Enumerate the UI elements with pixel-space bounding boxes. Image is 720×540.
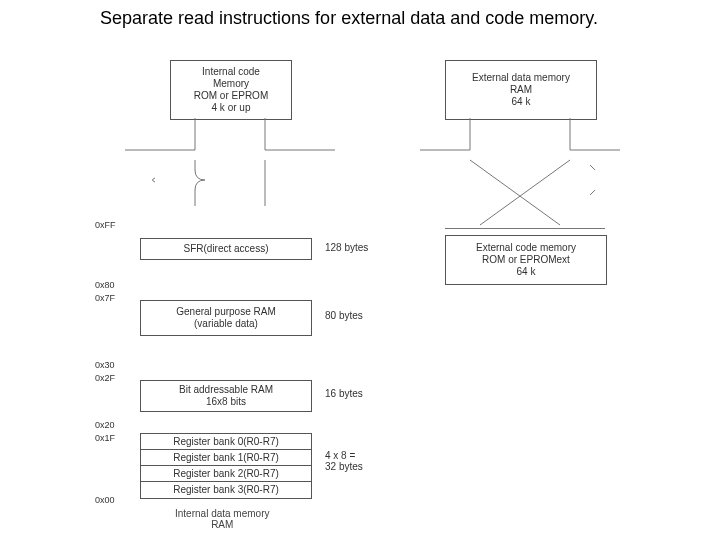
addr-20: 0x20 bbox=[95, 420, 115, 430]
svg-line-11 bbox=[590, 190, 595, 195]
external-code-box: External code memory ROM or EPROMext 64 … bbox=[445, 235, 607, 285]
bank0-label: Register bank 0(R0-R7) bbox=[173, 436, 279, 448]
sfr-box: SFR(direct access) bbox=[140, 238, 312, 260]
internal-data-memory-label: Internal data memory RAM bbox=[175, 508, 270, 530]
addr-00: 0x00 bbox=[95, 495, 115, 505]
bitram-label1: Bit addressable RAM bbox=[179, 384, 273, 396]
bank1-label: Register bank 1(R0-R7) bbox=[173, 452, 279, 464]
banks-bytes: 4 x 8 = 32 bytes bbox=[325, 450, 363, 472]
page-title: Separate read instructions for external … bbox=[100, 8, 598, 29]
bank3-box: Register bank 3(R0-R7) bbox=[140, 481, 312, 499]
addr-2f: 0x2F bbox=[95, 373, 115, 383]
addr-30: 0x30 bbox=[95, 360, 115, 370]
gpram-label1: General purpose RAM bbox=[176, 306, 276, 318]
sfr-label: SFR(direct access) bbox=[183, 243, 268, 255]
svg-line-8 bbox=[470, 160, 560, 225]
addr-80: 0x80 bbox=[95, 280, 115, 290]
bitram-box: Bit addressable RAM 16x8 bits bbox=[140, 380, 312, 412]
bank3-label: Register bank 3(R0-R7) bbox=[173, 484, 279, 496]
gpram-label2: (variable data) bbox=[194, 318, 258, 330]
bitram-label2: 16x8 bits bbox=[206, 396, 246, 408]
sfr-bytes: 128 bytes bbox=[325, 242, 368, 253]
svg-line-10 bbox=[590, 165, 595, 170]
bank2-label: Register bank 2(R0-R7) bbox=[173, 468, 279, 480]
bitram-bytes: 16 bytes bbox=[325, 388, 363, 399]
diagram-area: Internal code Memory ROM or EPROM 4 k or… bbox=[0, 50, 720, 540]
ext-code-top-line bbox=[445, 228, 605, 229]
svg-line-9 bbox=[480, 160, 570, 225]
addr-7f: 0x7F bbox=[95, 293, 115, 303]
gpram-bytes: 80 bytes bbox=[325, 310, 363, 321]
addr-ff: 0xFF bbox=[95, 220, 116, 230]
gpram-box: General purpose RAM (variable data) bbox=[140, 300, 312, 336]
addr-1f: 0x1F bbox=[95, 433, 115, 443]
external-code-label: External code memory ROM or EPROMext 64 … bbox=[476, 242, 576, 278]
